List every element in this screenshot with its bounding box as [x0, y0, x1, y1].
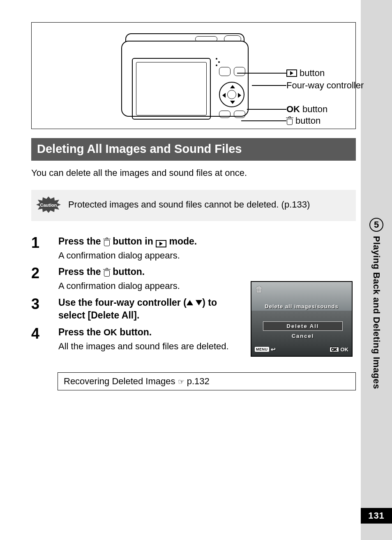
trash-icon [104, 269, 110, 276]
step-number: 1 [31, 235, 49, 262]
callout-fourway: Four-way controller [286, 80, 364, 90]
caution-text: Protected images and sound files cannot … [68, 198, 310, 211]
caution-label-text: Caution [40, 203, 57, 208]
section-heading: Deleting All Images and Sound Files [31, 138, 356, 161]
diagram-callouts: button Four-way controller OK button [254, 23, 352, 129]
lcd-options: Delete All Cancel [263, 321, 343, 340]
play-icon [156, 240, 166, 247]
chapter-tab: 5 Playing Back and Deleting Images [364, 218, 389, 389]
camera-diagram: button Four-way controller OK button [31, 22, 356, 129]
lcd-ok-text: OK [341, 346, 349, 353]
step-4-desc: All the images and sound files are delet… [58, 340, 243, 353]
lcd-menu-indicator: MENU ↩ [255, 346, 276, 353]
cross-reference-box: Recovering Deleted Images ☞ p.132 [58, 372, 356, 390]
step-1-desc: A confirmation dialog appears. [58, 249, 356, 262]
trash-icon [104, 238, 110, 246]
camera-mode-button [234, 67, 245, 76]
ok-icon-text: OK [286, 104, 300, 115]
camera-fourway [219, 82, 244, 107]
lcd-cancel-option[interactable]: Cancel [263, 332, 343, 340]
play-icon [286, 69, 297, 77]
step-2-title: Press the button. [58, 265, 356, 278]
reference-page: p.132 [187, 376, 210, 386]
page-number: 131 [361, 508, 392, 524]
chapter-number-bubble: 5 [369, 218, 383, 232]
lcd-menu-box: MENU [255, 347, 269, 352]
hand-pointer-icon: ☞ [178, 378, 184, 386]
reference-text: Recovering Deleted Images [64, 376, 178, 386]
camera-outline [121, 33, 253, 120]
callout-play-label: button [300, 68, 325, 78]
lcd-screenshot: 🗑 Delete all images/sounds Delete All Ca… [251, 281, 353, 357]
up-arrow-icon [187, 300, 193, 305]
lcd-back-arrow-icon: ↩ [271, 346, 276, 353]
callout-trash-label: button [295, 115, 321, 126]
step-number: 2 [31, 265, 49, 292]
step-number: 3 [31, 296, 49, 322]
step-4-title: Press the OK button. [58, 326, 243, 339]
down-arrow-icon [196, 300, 202, 305]
intro-text: You can delete all the images and sound … [31, 167, 356, 179]
caution-icon: Caution [36, 196, 61, 213]
lcd-ok-box: OK [330, 347, 339, 352]
step-1-title: Press the button in mode. [58, 235, 356, 248]
lcd-delete-all-option[interactable]: Delete All [263, 321, 343, 331]
camera-bottom-right-button [234, 111, 245, 118]
lcd-trash-icon: 🗑 [256, 285, 263, 294]
ok-icon-text: OK [104, 327, 117, 337]
step-3-title: Use the four-way controller ( ) to selec… [58, 296, 243, 322]
page: 5 Playing Back and Deleting Images 131 [0, 0, 392, 540]
camera-bottom-left-button [219, 111, 231, 118]
camera-lcd [132, 58, 211, 120]
step-1: 1 Press the button in mode. A confirmati… [31, 235, 356, 262]
trash-icon [286, 117, 293, 125]
callout-play-button: button [286, 68, 325, 78]
camera-play-button [219, 67, 231, 76]
callout-ok-label: button [302, 104, 327, 115]
callout-ok-button: OK button [286, 104, 327, 115]
step-number: 4 [31, 326, 49, 353]
callout-trash-button: button [286, 115, 321, 126]
chapter-title-vertical: Playing Back and Deleting Images [371, 236, 382, 389]
lcd-ok-indicator: OK OK [330, 346, 349, 353]
caution-box: Caution Protected images and sound files… [31, 190, 356, 221]
camera-body [121, 41, 249, 117]
lcd-prompt: Delete all images/sounds [251, 303, 352, 309]
callout-fourway-label: Four-way controller [286, 80, 364, 90]
